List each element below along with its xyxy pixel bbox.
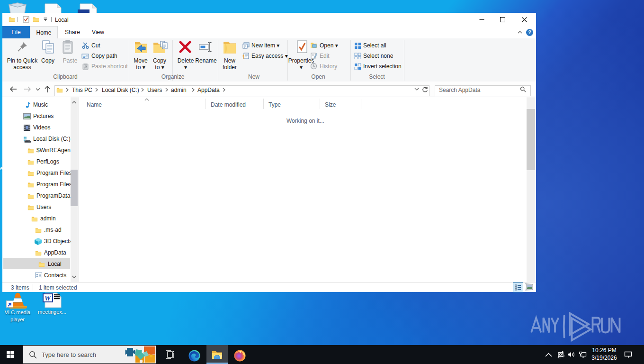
svg-text:W: W xyxy=(45,294,52,302)
